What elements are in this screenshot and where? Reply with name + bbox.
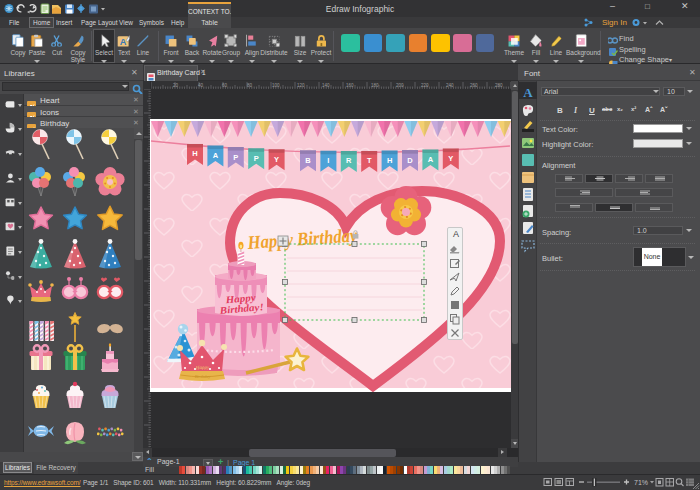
svg-text:40: 40	[198, 83, 204, 88]
svg-text:20: 20	[173, 83, 179, 88]
svg-text:H: H	[387, 156, 392, 165]
svg-text:P: P	[254, 154, 259, 163]
svg-text:60: 60	[222, 83, 228, 88]
svg-text:Y: Y	[274, 155, 279, 164]
svg-text:71%: 71%	[634, 479, 648, 486]
svg-text:200: 200	[396, 83, 404, 88]
svg-text:Birthday: Birthday	[195, 374, 211, 379]
svg-text:H: H	[192, 149, 197, 158]
svg-text:T: T	[367, 156, 372, 165]
svg-text:120: 120	[297, 83, 305, 88]
svg-text:140: 140	[322, 83, 330, 88]
svg-text:220: 220	[421, 83, 429, 88]
svg-text:B: B	[305, 156, 311, 165]
svg-text:R: R	[346, 156, 352, 165]
svg-text:80: 80	[247, 83, 253, 88]
svg-text:I: I	[327, 156, 329, 165]
svg-text:A: A	[213, 151, 219, 160]
svg-text:A: A	[523, 85, 533, 100]
svg-text:P: P	[233, 153, 238, 162]
svg-text:240: 240	[446, 83, 454, 88]
svg-text:A: A	[453, 229, 459, 239]
svg-text:280: 280	[495, 83, 503, 88]
svg-text:Y: Y	[448, 154, 453, 163]
svg-text:Happy: Happy	[195, 365, 210, 371]
svg-text:D: D	[407, 156, 413, 165]
svg-text:100: 100	[272, 83, 280, 88]
svg-text:180: 180	[371, 83, 379, 88]
svg-text:260: 260	[470, 83, 478, 88]
svg-text:160: 160	[346, 83, 354, 88]
svg-text:A: A	[428, 155, 434, 164]
svg-text:Sign In: Sign In	[602, 18, 627, 27]
svg-text:A: A	[120, 37, 127, 46]
